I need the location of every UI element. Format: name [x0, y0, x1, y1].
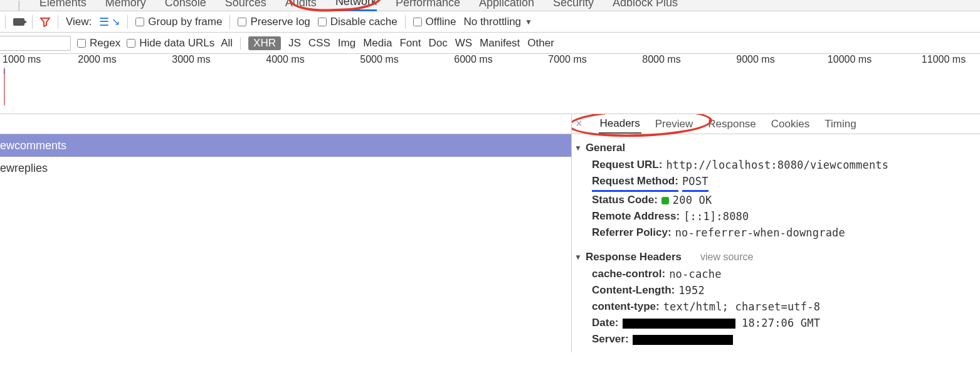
kv-server: Server:: [592, 331, 974, 347]
hide-data-urls-input[interactable]: [127, 39, 135, 48]
timeline-tick: 5000 ms: [332, 54, 426, 68]
timeline-tick: 8000 ms: [614, 54, 709, 68]
type-manifest[interactable]: Manifest: [480, 37, 520, 50]
request-list: ewcomments ewreplies: [0, 114, 572, 352]
view-source-link[interactable]: view source: [700, 251, 753, 263]
kv-request-url: Request URL: http://localhost:8080/viewc…: [592, 157, 974, 173]
kv-key: Request Method:: [592, 173, 678, 192]
kv-value: [::1]:8080: [683, 208, 749, 225]
record-icon[interactable]: [13, 18, 24, 26]
offline-input[interactable]: [413, 18, 422, 26]
separator: [229, 15, 230, 29]
section-title-general[interactable]: ▼ General: [574, 142, 974, 154]
tab-elements[interactable]: Elements: [40, 0, 87, 9]
tab-memory[interactable]: Memory: [105, 0, 146, 9]
kv-status-code: Status Code: 200 OK: [592, 192, 974, 208]
throttling-label: No throttling: [463, 16, 521, 28]
flow-view-icon[interactable]: ↘: [112, 16, 120, 28]
section-title-response-headers[interactable]: ▼ Response Headers view source: [574, 251, 974, 263]
request-name: ewcomments: [0, 139, 66, 152]
kv-key: Date:: [592, 315, 619, 331]
list-view-icon[interactable]: ☰: [99, 15, 108, 29]
disclosure-triangle-icon: ▼: [574, 144, 582, 152]
redacted-text: [623, 319, 735, 329]
request-row[interactable]: ewreplies: [0, 157, 571, 179]
kv-value: no-cache: [669, 266, 721, 282]
detail-tab-preview[interactable]: Preview: [654, 115, 694, 133]
tab-security[interactable]: Security: [553, 0, 594, 9]
request-row[interactable]: ewcomments: [0, 134, 571, 157]
detail-tab-response[interactable]: Response: [707, 115, 757, 133]
timeline-tick: 10000 ms: [803, 54, 897, 68]
hide-data-urls-label: Hide data URLs: [139, 37, 214, 50]
kv-key: Request URL:: [592, 157, 662, 173]
filter-icon[interactable]: [40, 17, 50, 27]
offline-checkbox[interactable]: Offline: [413, 16, 456, 28]
preserve-log-checkbox[interactable]: Preserve log: [238, 16, 310, 28]
type-js[interactable]: JS: [288, 37, 301, 50]
type-font[interactable]: Font: [399, 37, 421, 50]
response-headers-section: ▼ Response Headers view source cache-con…: [572, 243, 980, 350]
type-media[interactable]: Media: [363, 37, 392, 50]
offline-label: Offline: [426, 16, 456, 28]
throttling-dropdown[interactable]: No throttling ▼: [463, 16, 532, 28]
kv-key: content-type:: [592, 299, 660, 315]
chevron-down-icon: ▼: [525, 18, 532, 26]
regex-input[interactable]: [77, 39, 86, 48]
tab-adblock-plus[interactable]: Adblock Plus: [613, 0, 678, 9]
timeline-tick: 7000 ms: [520, 54, 614, 68]
resource-type-filters: All XHR JS CSS Img Media Font Doc WS Man…: [221, 36, 554, 50]
kv-value: 200 OK: [661, 192, 712, 208]
group-by-frame-input[interactable]: [135, 18, 144, 26]
kv-value: no-referrer-when-downgrade: [675, 225, 845, 241]
kv-key: Content-Length:: [592, 282, 675, 299]
network-timeline[interactable]: 1000 ms 2000 ms 3000 ms 4000 ms 5000 ms …: [0, 54, 980, 114]
kv-value: http://localhost:8080/viewcomments: [666, 157, 888, 173]
network-toolbar: View: ☰ ↘ Group by frame Preserve log Di…: [0, 11, 980, 33]
request-headers-section: ▼ Request Headers view source Accept: */…: [572, 350, 980, 352]
tab-application[interactable]: Application: [479, 0, 534, 9]
timeline-tick: 2000 ms: [50, 54, 144, 68]
status-dot-icon: [661, 197, 669, 204]
detail-tab-headers[interactable]: Headers: [599, 115, 641, 134]
type-xhr[interactable]: XHR: [248, 36, 281, 50]
type-all[interactable]: All: [221, 37, 233, 50]
detail-tab-cookies[interactable]: Cookies: [770, 115, 811, 133]
type-ws[interactable]: WS: [455, 37, 472, 50]
kv-value: POST: [682, 173, 709, 192]
type-css[interactable]: CSS: [308, 37, 330, 50]
tab-network[interactable]: Network: [335, 0, 377, 11]
devtools-panel-tabs: | Elements Memory Console Sources Audits…: [0, 0, 980, 11]
disclosure-triangle-icon: ▼: [574, 253, 582, 262]
group-by-frame-checkbox[interactable]: Group by frame: [135, 16, 222, 28]
type-img[interactable]: Img: [338, 37, 356, 50]
type-doc[interactable]: Doc: [428, 37, 447, 50]
close-icon[interactable]: ×: [576, 117, 582, 130]
group-by-frame-label: Group by frame: [148, 16, 222, 28]
preserve-log-input[interactable]: [238, 18, 246, 26]
type-other[interactable]: Other: [527, 37, 554, 50]
kv-date: Date: 18:27:06 GMT: [592, 315, 974, 331]
regex-checkbox[interactable]: Regex: [77, 37, 120, 50]
regex-label: Regex: [90, 37, 120, 50]
network-main-split: ewcomments ewreplies × Headers Preview R…: [0, 114, 980, 352]
tab-audits[interactable]: Audits: [285, 0, 317, 9]
separator: [240, 37, 241, 50]
timeline-tick: 3000 ms: [144, 54, 238, 68]
separator: [127, 15, 128, 29]
hide-data-urls-checkbox[interactable]: Hide data URLs: [127, 37, 214, 50]
timeline-body: [0, 68, 980, 114]
timeline-tick: 6000 ms: [426, 54, 520, 68]
disable-cache-input[interactable]: [318, 18, 327, 26]
tab-performance[interactable]: Performance: [396, 0, 460, 9]
timeline-request-marker: [4, 70, 4, 74]
filter-input[interactable]: [0, 36, 71, 51]
network-filter-bar: Regex Hide data URLs All XHR JS CSS Img …: [0, 33, 980, 54]
detail-tab-timing[interactable]: Timing: [823, 115, 857, 133]
tab-console[interactable]: Console: [165, 0, 206, 9]
request-list-header: [0, 114, 571, 134]
tab-sources[interactable]: Sources: [225, 0, 266, 9]
disable-cache-checkbox[interactable]: Disable cache: [318, 16, 398, 28]
disable-cache-label: Disable cache: [330, 16, 398, 28]
kv-remote-address: Remote Address: [::1]:8080: [592, 208, 974, 225]
